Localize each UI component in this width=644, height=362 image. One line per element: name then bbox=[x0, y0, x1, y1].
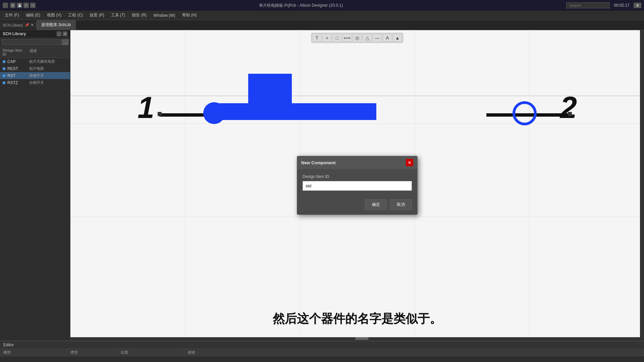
lib-item-rest-desc: 贴片电阻 bbox=[29, 66, 44, 71]
menu-edit[interactable]: 编辑 (E) bbox=[22, 11, 44, 19]
titlebar-left: ⊞ 💾 ↩ ↪ bbox=[3, 3, 36, 8]
lib-item-rstz-desc: 自锁开关 bbox=[29, 80, 44, 85]
tool-pin[interactable]: △ bbox=[363, 34, 372, 42]
tool-circle[interactable]: ◎ bbox=[353, 34, 362, 42]
save-icon: 💾 bbox=[17, 3, 22, 8]
lib-item-rest[interactable]: REST 贴片电阻 bbox=[0, 65, 70, 72]
sidebar-panel-toggle: SCH Library 📌 ✕ bbox=[0, 22, 37, 28]
editor-column-headers: 模型 类型 位置 描述 bbox=[0, 349, 644, 356]
menu-report[interactable]: 报告 (R) bbox=[128, 11, 150, 19]
subtitle-text: 然后这个器件的名字是类似于。 bbox=[273, 311, 442, 327]
h-scroll-thumb[interactable] bbox=[355, 337, 369, 340]
titlebar-window-icons: ⊞ 💾 ↩ ↪ bbox=[10, 3, 36, 8]
menu-window[interactable]: Window (W) bbox=[150, 12, 178, 19]
canvas-vertical-scrollbar[interactable] bbox=[640, 30, 644, 341]
menu-project[interactable]: 工程 (C) bbox=[65, 11, 86, 19]
tab-schlib[interactable]: 原理图库.SchLib bbox=[37, 20, 76, 30]
tool-label[interactable]: A bbox=[383, 34, 392, 42]
col-header-desc: 描述 bbox=[27, 48, 70, 57]
sidebar-column-headers: Design Item ID 描述 bbox=[0, 47, 70, 58]
pause-button[interactable]: ⏸ bbox=[634, 3, 641, 8]
dialog-close-button[interactable]: × bbox=[406, 159, 413, 166]
dialog-confirm-button[interactable]: 确定 bbox=[365, 199, 387, 210]
sch-library-sidebar: SCH Library _ ✕ … Design Item ID 描述 CAP … bbox=[0, 30, 70, 341]
menu-file[interactable]: 文件 (F) bbox=[1, 11, 22, 19]
app-title: 单片机电路板.PrjPcb - Altium Designer (20.0.1) bbox=[259, 3, 343, 8]
sch-library-label: SCH Library bbox=[3, 23, 23, 27]
component-body-bar bbox=[215, 103, 376, 120]
lib-item-rest-id: REST bbox=[7, 66, 29, 71]
lib-item-cap[interactable]: CAP 贴片无极性电容 bbox=[0, 58, 70, 65]
dialog-field-label: Design Item ID bbox=[303, 174, 412, 179]
lib-item-dot bbox=[3, 74, 5, 77]
schematic-toolbar: T + □ ⟺ ◎ △ — A ▲ bbox=[311, 33, 403, 43]
col-header-id: Design Item ID bbox=[0, 48, 27, 57]
new-component-dialog: New Component × Design Item ID 确定 取消 bbox=[297, 156, 418, 215]
file-icon: ⊞ bbox=[10, 3, 15, 8]
lib-item-rstz[interactable]: RSTZ 自锁开关 bbox=[0, 79, 70, 86]
sidebar-filter-btn[interactable]: … bbox=[62, 39, 69, 45]
lib-item-dot bbox=[3, 67, 5, 70]
dialog-title-bar: New Component × bbox=[297, 156, 417, 169]
sidebar-controls: _ ✕ bbox=[57, 32, 67, 36]
main-layout: SCH Library _ ✕ … Design Item ID 描述 CAP … bbox=[0, 30, 644, 341]
pin-icon[interactable]: 📌 bbox=[25, 23, 29, 27]
search-input[interactable] bbox=[566, 2, 610, 8]
sidebar-close-btn[interactable]: ✕ bbox=[63, 32, 67, 36]
pin-number-1: 1 bbox=[138, 90, 154, 125]
lib-item-rst-id: RST bbox=[7, 73, 29, 78]
pin1-circle-filled bbox=[203, 102, 225, 124]
sidebar-title: SCH Library bbox=[3, 32, 26, 36]
menu-place[interactable]: 放置 (P) bbox=[86, 11, 107, 19]
lib-item-rst[interactable]: RST 按键开关 bbox=[0, 72, 70, 79]
editor-col-model: 模型 bbox=[0, 349, 67, 356]
dialog-cancel-button[interactable]: 取消 bbox=[390, 199, 412, 210]
editor-col-pos: 位置 bbox=[117, 349, 184, 356]
undo-icon[interactable]: ↩ bbox=[23, 3, 29, 8]
editor-body: 无预览可用 bbox=[0, 356, 644, 362]
tool-wire[interactable]: — bbox=[373, 34, 382, 42]
title-bar: ⊞ 💾 ↩ ↪ 单片机电路板.PrjPcb - Altium Designer … bbox=[0, 0, 644, 11]
sidebar-header: SCH Library _ ✕ bbox=[0, 30, 70, 38]
lib-item-dot bbox=[3, 60, 5, 63]
tool-add[interactable]: + bbox=[322, 34, 332, 42]
lib-item-cap-desc: 贴片无极性电容 bbox=[29, 59, 55, 64]
pin2-circle-hollow bbox=[513, 101, 537, 125]
lib-item-dot bbox=[3, 81, 5, 84]
editor-col-type: 类型 bbox=[67, 349, 117, 356]
titlebar-right: 00:02:17 ⏸ bbox=[566, 2, 641, 8]
pin1-end bbox=[158, 112, 162, 116]
tool-text[interactable]: T bbox=[312, 34, 322, 42]
sidebar-minimize-btn[interactable]: _ bbox=[57, 32, 61, 36]
tool-fill[interactable]: ▲ bbox=[393, 34, 402, 42]
redo-icon[interactable]: ↪ bbox=[30, 3, 36, 8]
menu-help[interactable]: 帮助 (H) bbox=[179, 11, 200, 19]
sidebar-filter-row: … bbox=[0, 38, 70, 47]
editor-col-desc: 描述 bbox=[184, 349, 644, 356]
lib-item-cap-id: CAP bbox=[7, 59, 29, 64]
design-item-id-input[interactable] bbox=[303, 181, 412, 191]
tab-bar: SCH Library 📌 ✕ 原理图库.SchLib bbox=[0, 20, 644, 30]
dialog-body: Design Item ID bbox=[297, 169, 417, 196]
tool-line[interactable]: ⟺ bbox=[342, 34, 352, 42]
sidebar-filter-input[interactable] bbox=[1, 39, 61, 45]
menu-bar: 文件 (F) 编辑 (E) 视图 (V) 工程 (C) 放置 (P) 工具 (T… bbox=[0, 11, 644, 20]
dialog-title: New Component bbox=[301, 160, 336, 165]
menu-view[interactable]: 视图 (V) bbox=[44, 11, 65, 19]
pin2-end bbox=[568, 112, 572, 116]
editor-panel-header: Editor bbox=[0, 341, 644, 349]
lib-item-rst-desc: 按键开关 bbox=[29, 73, 44, 78]
lib-item-rstz-id: RSTZ bbox=[7, 80, 29, 85]
tab-schlib-label: 原理图库.SchLib bbox=[41, 22, 71, 28]
editor-panel: Editor 模型 类型 位置 描述 无预览可用 bbox=[0, 341, 644, 362]
pin-number-2: 2 bbox=[560, 90, 577, 125]
close-panel-icon[interactable]: ✕ bbox=[31, 23, 34, 27]
app-icon bbox=[3, 3, 8, 8]
dialog-buttons: 确定 取消 bbox=[297, 196, 417, 215]
schematic-canvas-area: 1 2 然后这个器件的名字是类似于。 T + bbox=[70, 30, 644, 341]
tool-rect[interactable]: □ bbox=[332, 34, 342, 42]
timer-display: 00:02:17 bbox=[614, 3, 630, 8]
canvas-horizontal-scrollbar[interactable] bbox=[70, 337, 640, 341]
menu-tools[interactable]: 工具 (T) bbox=[108, 11, 129, 19]
